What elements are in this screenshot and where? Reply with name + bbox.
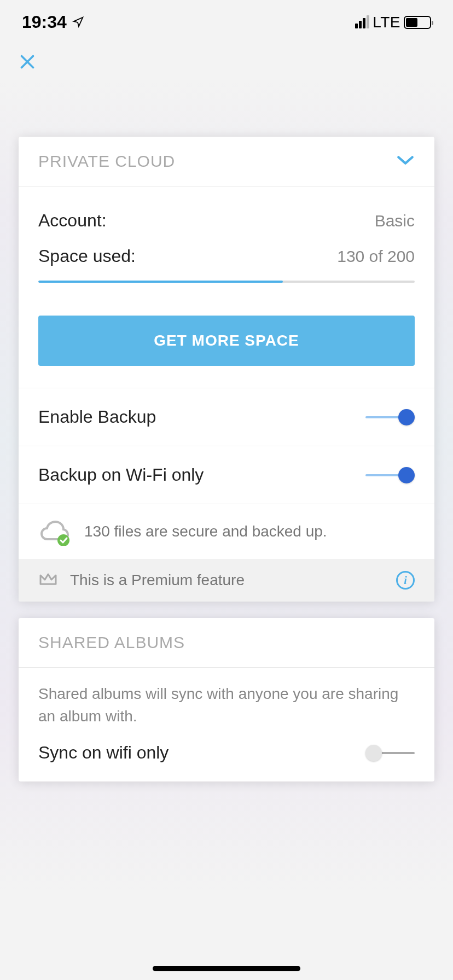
backup-wifi-only-label: Backup on Wi-Fi only: [38, 465, 204, 485]
shared-albums-title: SHARED ALBUMS: [38, 633, 185, 652]
premium-text: This is a Premium feature: [70, 571, 384, 589]
account-value: Basic: [375, 212, 415, 230]
crown-icon: [38, 571, 58, 590]
backup-status-row: 130 files are secure and backed up.: [19, 504, 434, 559]
location-icon: [72, 12, 84, 32]
chevron-down-icon: [396, 154, 415, 168]
account-label: Account:: [38, 211, 107, 231]
enable-backup-label: Enable Backup: [38, 407, 156, 427]
backup-status-text: 130 files are secure and backed up.: [84, 523, 327, 540]
signal-icon: [355, 16, 369, 28]
shared-albums-description: Shared albums will sync with anyone you …: [19, 668, 434, 736]
sync-wifi-only-label: Sync on wifi only: [38, 743, 169, 763]
close-icon: [18, 52, 37, 72]
backup-wifi-only-row: Backup on Wi-Fi only: [19, 446, 434, 504]
svg-point-2: [57, 534, 69, 546]
space-progress: [38, 281, 415, 283]
sync-wifi-only-row: Sync on wifi only: [19, 736, 434, 781]
network-type: LTE: [373, 14, 400, 31]
battery-icon: [404, 16, 431, 29]
shared-albums-card: SHARED ALBUMS Shared albums will sync wi…: [19, 618, 434, 781]
backup-wifi-only-toggle[interactable]: [365, 467, 415, 483]
enable-backup-row: Enable Backup: [19, 388, 434, 446]
get-more-space-button[interactable]: GET MORE SPACE: [38, 316, 415, 366]
cloud-check-icon: [38, 520, 69, 544]
private-cloud-header[interactable]: PRIVATE CLOUD: [19, 137, 434, 186]
status-bar: 19:34 LTE: [0, 0, 453, 39]
private-cloud-card: PRIVATE CLOUD Account: Basic Space used:…: [19, 137, 434, 602]
close-button[interactable]: [16, 51, 38, 73]
shared-albums-header: SHARED ALBUMS: [19, 618, 434, 668]
private-cloud-title: PRIVATE CLOUD: [38, 152, 175, 171]
info-button[interactable]: i: [396, 571, 415, 590]
premium-row: This is a Premium feature i: [19, 559, 434, 602]
enable-backup-toggle[interactable]: [365, 409, 415, 425]
home-indicator[interactable]: [153, 966, 300, 971]
status-time: 19:34: [22, 12, 67, 32]
sync-wifi-only-toggle[interactable]: [365, 745, 415, 761]
space-used-label: Space used:: [38, 246, 136, 266]
space-used-value: 130 of 200: [337, 247, 415, 266]
